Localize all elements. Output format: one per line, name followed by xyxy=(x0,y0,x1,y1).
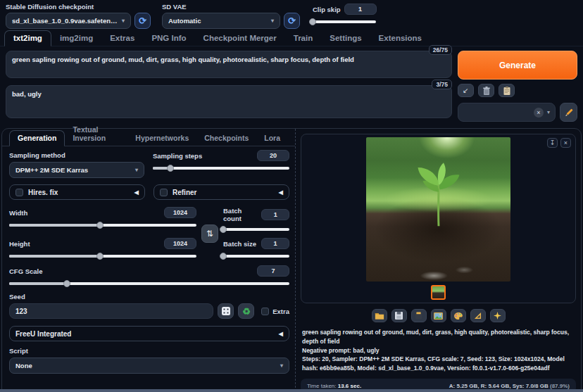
palette-icon xyxy=(454,312,463,320)
send-to-inpaint-button[interactable] xyxy=(451,309,466,322)
extra-seed-checkbox[interactable] xyxy=(261,308,269,315)
negative-prompt-token-counter: 3/75 xyxy=(432,80,452,89)
tab-train[interactable]: Train xyxy=(285,31,321,46)
image-action-buttons xyxy=(301,309,576,322)
height-input[interactable]: 1024 xyxy=(164,238,196,249)
edit-styles-button[interactable] xyxy=(560,103,577,122)
footer-divider xyxy=(0,389,583,392)
pencil-icon xyxy=(565,108,573,117)
width-input[interactable]: 1024 xyxy=(164,207,196,218)
sub-tabs: Generation Textual Inversion Hypernetwor… xyxy=(2,129,295,146)
clear-styles-icon[interactable]: × xyxy=(534,108,544,118)
tab-extras[interactable]: Extras xyxy=(101,31,143,46)
cfg-scale-input[interactable]: 7 xyxy=(257,265,289,277)
memory-stats: A: 5.25 GB, R: 5.64 GB, Sys: 7.0/8 GB (8… xyxy=(449,383,570,389)
height-slider[interactable] xyxy=(9,252,196,260)
generation-info-prompt: green sapling rowing out of ground, mud,… xyxy=(302,328,575,346)
top-bar: Stable Diffusion checkpoint sd_xl_base_1… xyxy=(0,0,583,30)
script-select[interactable]: None ▾ xyxy=(9,358,289,374)
tab-extensions[interactable]: Extensions xyxy=(370,31,430,46)
batch-count-label: Batch count xyxy=(223,207,261,222)
tab-settings[interactable]: Settings xyxy=(321,31,370,46)
height-control: Height 1024 xyxy=(9,238,196,260)
generate-button[interactable]: Generate xyxy=(458,51,577,80)
batch-size-control: Batch size 1 xyxy=(223,238,289,260)
read-generation-params-button[interactable]: ↙ xyxy=(458,84,474,97)
freeu-accordion[interactable]: FreeU Integrated ◀ xyxy=(9,326,289,341)
hires-fix-accordion[interactable]: Hires. fix ◀ xyxy=(9,184,145,200)
random-seed-button[interactable] xyxy=(218,303,234,319)
sampling-steps-input[interactable]: 20 xyxy=(257,150,289,161)
refiner-checkbox[interactable] xyxy=(160,189,168,196)
time-taken-label: Time taken: xyxy=(307,383,337,389)
framed-picture-icon xyxy=(434,312,443,320)
clip-skip-field: Clip skip 1 xyxy=(313,2,377,25)
batch-size-label: Batch size xyxy=(223,240,256,248)
trash-icon xyxy=(483,87,490,95)
refresh-vae-button[interactable]: ⟳ xyxy=(284,13,300,29)
tab-checkpoints[interactable]: Checkpoints xyxy=(196,131,256,146)
seed-control: Seed 123 ♻ Extra xyxy=(9,293,289,319)
batch-count-slider[interactable] xyxy=(223,225,289,233)
batch-count-input[interactable]: 1 xyxy=(261,209,289,220)
vae-select[interactable]: Automatic ▾ xyxy=(162,13,280,29)
tab-png-info[interactable]: PNG Info xyxy=(143,31,194,46)
reuse-seed-button[interactable]: ♻ xyxy=(238,303,254,319)
clip-skip-input[interactable]: 1 xyxy=(344,4,377,15)
chevron-down-icon: ▾ xyxy=(271,18,274,24)
apply-styles-button[interactable] xyxy=(499,84,515,97)
seed-label: Seed xyxy=(9,293,289,301)
refresh-checkpoint-button[interactable]: ⟳ xyxy=(134,13,151,29)
triangle-ruler-icon xyxy=(474,312,482,320)
dice-icon xyxy=(222,307,230,315)
chevron-down-icon: ▾ xyxy=(547,109,550,115)
checkpoint-value: sd_xl_base_1.0_0.9vae.safetensors [e6bb9… xyxy=(12,17,118,25)
mem-reserved-value: : 5.64 GB, xyxy=(485,383,513,389)
tab-generation[interactable]: Generation xyxy=(9,130,65,146)
send-to-img2img-button[interactable] xyxy=(431,309,446,322)
generated-image[interactable] xyxy=(366,137,510,282)
checkpoint-select[interactable]: sd_xl_base_1.0_0.9vae.safetensors [e6bb9… xyxy=(6,13,131,29)
batch-size-slider[interactable] xyxy=(223,252,289,260)
batch-size-input[interactable]: 1 xyxy=(261,238,289,249)
tab-lora[interactable]: Lora xyxy=(256,131,288,146)
tab-checkpoint-merger[interactable]: Checkpoint Merger xyxy=(195,31,285,46)
output-panel: ↧ × xyxy=(296,129,581,392)
generation-info-params: Steps: 20, Sampler: DPM++ 2M SDE Karras,… xyxy=(302,355,575,373)
close-gallery-button[interactable]: × xyxy=(560,138,571,148)
folder-icon xyxy=(375,312,384,320)
sampling-method-select[interactable]: DPM++ 2M SDE Karras ▾ xyxy=(9,162,144,178)
save-zip-button[interactable] xyxy=(411,309,427,322)
cfg-scale-control: CFG Scale 7 xyxy=(9,265,289,287)
collapse-arrow-icon: ◀ xyxy=(279,189,283,196)
gallery-thumbnail-selected[interactable] xyxy=(431,285,446,300)
sampling-steps-slider[interactable] xyxy=(153,164,289,172)
mem-sys-percent: (87.9%) xyxy=(550,383,570,389)
width-slider[interactable] xyxy=(9,221,196,229)
tab-textual-inversion[interactable]: Textual Inversion xyxy=(65,122,127,146)
open-output-folder-button[interactable] xyxy=(372,309,387,322)
script-label: Script xyxy=(9,347,289,355)
download-icon: ↧ xyxy=(550,139,556,146)
mem-sys-value: : 7.0/8 GB xyxy=(522,383,550,389)
tab-hypernetworks[interactable]: Hypernetworks xyxy=(127,131,196,146)
send-to-extras-button[interactable] xyxy=(470,309,486,322)
tab-txt2img[interactable]: txt2img xyxy=(4,30,51,46)
upscale-button[interactable] xyxy=(490,309,506,322)
negative-prompt-input[interactable]: bad, ugly xyxy=(6,85,452,118)
swap-dimensions-button[interactable]: ⇅ xyxy=(201,225,218,243)
tab-img2img[interactable]: img2img xyxy=(51,31,101,46)
prompt-input[interactable]: green sapling rowing out of ground, mud,… xyxy=(6,51,452,78)
download-image-button[interactable]: ↧ xyxy=(547,138,558,148)
clip-skip-slider[interactable] xyxy=(313,18,376,25)
width-label: Width xyxy=(9,209,27,217)
seed-input[interactable]: 123 xyxy=(9,303,213,319)
clear-prompt-button[interactable] xyxy=(478,84,494,97)
prompt-area: 26/75 green sapling rowing out of ground… xyxy=(0,46,583,125)
refiner-accordion[interactable]: Refiner ◀ xyxy=(153,184,289,200)
save-image-button[interactable] xyxy=(391,309,407,322)
hires-fix-checkbox[interactable] xyxy=(15,189,23,196)
vae-field: SD VAE Automatic ▾ ⟳ xyxy=(162,2,300,29)
cfg-scale-slider[interactable] xyxy=(9,279,289,287)
styles-dropdown[interactable]: × ▾ xyxy=(458,103,556,122)
